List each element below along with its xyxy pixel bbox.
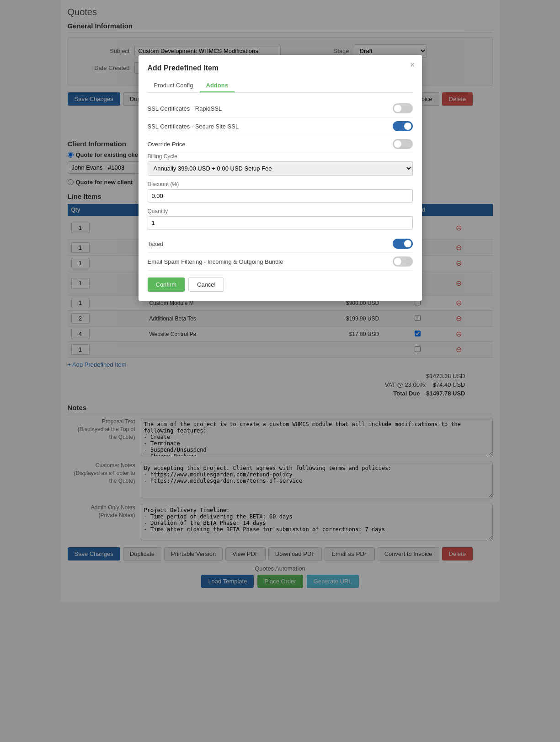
override-price-slider	[393, 139, 413, 149]
email-spam-toggle[interactable]	[393, 256, 413, 267]
override-price-row: Override Price	[148, 135, 413, 153]
ssl-rapidssl-toggle[interactable]	[393, 103, 413, 113]
billing-cycle-field: Billing Cycle Annually 399.00 USD + 0.00…	[148, 153, 413, 176]
modal-tabs: Product Config Addons	[148, 79, 413, 93]
discount-input[interactable]	[148, 189, 413, 203]
confirm-button[interactable]: Confirm	[148, 278, 185, 292]
taxed-row: Taxed	[148, 235, 413, 253]
ssl-secure-site-label: SSL Certificates - Secure Site SSL	[148, 123, 239, 130]
ssl-rapidssl-slider	[393, 103, 413, 113]
tab-product-config[interactable]: Product Config	[148, 79, 200, 92]
ssl-rapidssl-row: SSL Certificates - RapidSSL	[148, 100, 413, 117]
add-predefined-item-modal: Add Predefined Item × Product Config Add…	[139, 55, 422, 301]
email-spam-row: Email Spam Filtering - Incoming & Outgoi…	[148, 253, 413, 271]
discount-field: Discount (%)	[148, 181, 413, 203]
ssl-rapidssl-label: SSL Certificates - RapidSSL	[148, 105, 222, 112]
taxed-toggle[interactable]	[393, 239, 413, 249]
taxed-label: Taxed	[148, 240, 164, 247]
billing-cycle-label: Billing Cycle	[148, 153, 413, 160]
billing-cycle-select[interactable]: Annually 399.00 USD + 0.00 USD Setup Fee…	[148, 161, 413, 176]
ssl-secure-site-slider	[393, 121, 413, 131]
cancel-modal-button[interactable]: Cancel	[188, 278, 224, 292]
modal-actions: Confirm Cancel	[148, 278, 413, 292]
email-spam-label: Email Spam Filtering - Incoming & Outgoi…	[148, 258, 283, 265]
override-price-label: Override Price	[148, 141, 186, 148]
quantity-field: Quantity	[148, 208, 413, 230]
ssl-secure-site-row: SSL Certificates - Secure Site SSL	[148, 117, 413, 135]
email-spam-slider	[393, 256, 413, 267]
discount-label: Discount (%)	[148, 181, 413, 187]
modal-overlay: Add Predefined Item × Product Config Add…	[0, 0, 560, 602]
override-price-toggle[interactable]	[393, 139, 413, 149]
modal-title: Add Predefined Item	[148, 64, 413, 72]
ssl-secure-site-toggle[interactable]	[393, 121, 413, 131]
quantity-input[interactable]	[148, 216, 413, 230]
modal-close-button[interactable]: ×	[410, 60, 415, 70]
taxed-slider	[393, 239, 413, 249]
quantity-label: Quantity	[148, 208, 413, 214]
tab-addons[interactable]: Addons	[200, 79, 235, 92]
